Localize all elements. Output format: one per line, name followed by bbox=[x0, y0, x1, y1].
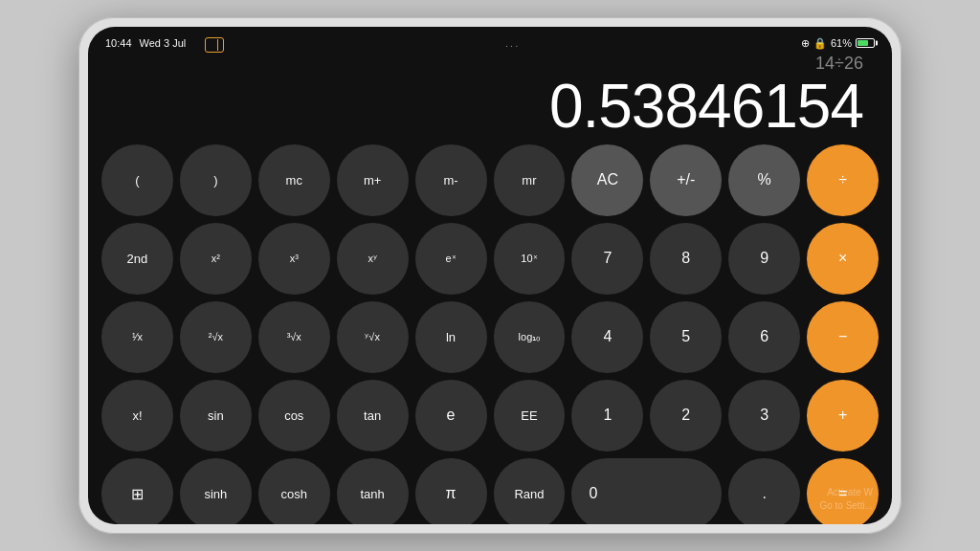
btn-10x[interactable]: 10ˣ bbox=[494, 223, 566, 295]
btn-x2[interactable]: x² bbox=[180, 223, 252, 295]
btn-factorial[interactable]: x! bbox=[101, 380, 173, 452]
btn-0[interactable]: 0 bbox=[571, 458, 722, 524]
btn-subtract[interactable]: − bbox=[807, 301, 879, 373]
result-display: 0.53846154 bbox=[549, 76, 863, 137]
btn-7[interactable]: 7 bbox=[571, 223, 643, 295]
status-dots: ... bbox=[505, 37, 520, 49]
btn-sign[interactable]: +/- bbox=[650, 144, 722, 216]
btn-divide[interactable]: ÷ bbox=[807, 144, 879, 216]
battery-icon bbox=[856, 38, 875, 48]
btn-open-paren[interactable]: ( bbox=[101, 144, 173, 216]
btn-sqrty[interactable]: ʸ√x bbox=[337, 301, 409, 373]
expression-display: 14÷26 bbox=[815, 54, 863, 74]
wifi-icon: ⊕ bbox=[801, 37, 810, 50]
btn-mr[interactable]: mr bbox=[494, 144, 566, 216]
btn-sinh[interactable]: sinh bbox=[180, 458, 252, 524]
btn-1overx[interactable]: ¹⁄x bbox=[101, 301, 173, 373]
btn-ex[interactable]: eˣ bbox=[415, 223, 487, 295]
ipad-screen: 10:44 Wed 3 Jul ... ⊕ 🔒 61% 14÷26 0.5384… bbox=[88, 27, 892, 524]
btn-decimal[interactable]: . bbox=[728, 458, 800, 524]
btn-ac[interactable]: AC bbox=[571, 144, 643, 216]
btn-8[interactable]: 8 bbox=[650, 223, 722, 295]
btn-6[interactable]: 6 bbox=[728, 301, 800, 373]
btn-xy[interactable]: xʸ bbox=[337, 223, 409, 295]
btn-4[interactable]: 4 bbox=[571, 301, 643, 373]
status-time: 10:44 bbox=[105, 37, 132, 49]
btn-ln[interactable]: ln bbox=[415, 301, 487, 373]
btn-close-paren[interactable]: ) bbox=[180, 144, 252, 216]
btn-mc[interactable]: mc bbox=[258, 144, 330, 216]
btn-sin[interactable]: sin bbox=[180, 380, 252, 452]
status-indicators: ⊕ 🔒 61% bbox=[801, 37, 875, 50]
status-date: Wed 3 Jul bbox=[140, 37, 187, 49]
btn-percent[interactable]: % bbox=[728, 144, 800, 216]
btn-x3[interactable]: x³ bbox=[258, 223, 330, 295]
btn-sqrt2[interactable]: ²√x bbox=[180, 301, 252, 373]
btn-e[interactable]: e bbox=[415, 380, 487, 452]
btn-2[interactable]: 2 bbox=[650, 380, 722, 452]
watermark: Activate W Go to Setti... bbox=[819, 486, 873, 513]
status-bar: 10:44 Wed 3 Jul ... ⊕ 🔒 61% bbox=[88, 27, 892, 54]
btn-9[interactable]: 9 bbox=[728, 223, 800, 295]
watermark-line2: Go to Setti... bbox=[819, 499, 873, 513]
btn-cosh[interactable]: cosh bbox=[258, 458, 330, 524]
btn-sqrt3[interactable]: ³√x bbox=[258, 301, 330, 373]
btn-pi[interactable]: π bbox=[415, 458, 487, 524]
ipad-device: 10:44 Wed 3 Jul ... ⊕ 🔒 61% 14÷26 0.5384… bbox=[78, 17, 902, 534]
display-area: 14÷26 0.53846154 bbox=[98, 54, 882, 144]
btn-3[interactable]: 3 bbox=[728, 380, 800, 452]
button-grid: ( ) mc m+ m- mr AC +/- % ÷ 2nd x² x³ xʸ … bbox=[98, 144, 882, 524]
btn-add[interactable]: + bbox=[807, 380, 879, 452]
btn-mminus[interactable]: m- bbox=[415, 144, 487, 216]
lock-icon: 🔒 bbox=[813, 37, 827, 50]
btn-5[interactable]: 5 bbox=[650, 301, 722, 373]
btn-ee[interactable]: EE bbox=[494, 380, 566, 452]
btn-mplus[interactable]: m+ bbox=[337, 144, 409, 216]
btn-cos[interactable]: cos bbox=[258, 380, 330, 452]
btn-2nd[interactable]: 2nd bbox=[101, 223, 173, 295]
btn-tanh[interactable]: tanh bbox=[337, 458, 409, 524]
battery-percent: 61% bbox=[831, 37, 852, 49]
stage-manager-icon[interactable] bbox=[205, 37, 224, 53]
btn-rand[interactable]: Rand bbox=[494, 458, 566, 524]
btn-tan[interactable]: tan bbox=[337, 380, 409, 452]
btn-grid[interactable]: ⊞ bbox=[101, 458, 173, 524]
calculator-body: 14÷26 0.53846154 ( ) mc m+ m- mr AC +/- … bbox=[88, 54, 892, 524]
btn-multiply[interactable]: × bbox=[807, 223, 879, 295]
btn-log10[interactable]: log₁₀ bbox=[494, 301, 566, 373]
watermark-line1: Activate W bbox=[819, 486, 873, 499]
btn-1[interactable]: 1 bbox=[571, 380, 643, 452]
